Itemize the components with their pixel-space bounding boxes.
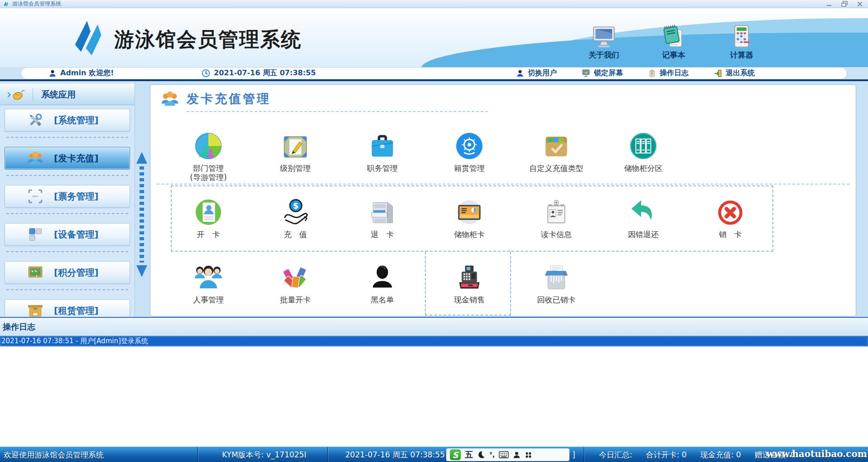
- about-us-link[interactable]: 关于我们: [579, 24, 629, 60]
- board-icon: [27, 264, 44, 281]
- close-button[interactable]: [856, 1, 863, 7]
- user-toolbar: Admin 欢迎您! 2021-07-16 周五 07:38:55 切换用户 锁…: [0, 67, 868, 80]
- app-item-label: 籍贯管理: [426, 164, 513, 173]
- statusbar-datetime: 2021-07-16 周五 07:38:55: [345, 447, 445, 462]
- statusbar-version: KYM版本号: v_171025I: [222, 447, 306, 462]
- app-item-dept-mgmt[interactable]: 部门管理 (导游管理): [165, 130, 252, 182]
- log-list[interactable]: 2021-07-16 07:38:51 - 用户[Admin]登录系统: [0, 336, 868, 447]
- sidebar-item-ticket-mgmt[interactable]: [票务管理]: [5, 185, 130, 208]
- app-item-open-card[interactable]: 开 卡: [165, 196, 252, 239]
- app-item-error-refund[interactable]: 因错退还: [600, 196, 687, 239]
- open-card-icon: [165, 196, 252, 226]
- app-grid-row-1: 部门管理 (导游管理) 级别管理 职务管理 籍贯管理: [165, 130, 687, 182]
- cancel-card-icon: [687, 196, 774, 226]
- svg-text:$: $: [293, 201, 299, 210]
- app-item-recycle-cancelled-card[interactable]: 回收已销卡: [513, 262, 600, 304]
- app-item-custom-recharge-type[interactable]: 自定义充值类型: [513, 130, 600, 182]
- log-entry[interactable]: 2021-07-16 07:38:51 - 用户[Admin]登录系统: [0, 336, 868, 346]
- user-icon: [48, 69, 57, 78]
- app-item-label: 职务管理: [339, 164, 426, 173]
- read-card-icon: [513, 196, 600, 226]
- ime-punctuation-button[interactable]: °,: [489, 451, 495, 458]
- sidebar-item-rental-mgmt[interactable]: [租赁管理]: [5, 299, 130, 317]
- sidebar-item-device-mgmt[interactable]: [设备管理]: [5, 223, 130, 246]
- app-item-label: 人事管理: [165, 295, 252, 304]
- monitor-icon: [579, 24, 629, 49]
- operation-log-button[interactable]: 操作日志: [648, 68, 689, 79]
- minimize-button[interactable]: [825, 1, 833, 7]
- app-item-locker-card[interactable]: 储物柜卡: [426, 196, 513, 239]
- divider: [6, 208, 128, 219]
- scroll-down-arrow-icon[interactable]: [136, 265, 147, 277]
- app-item-cancel-card[interactable]: 销 卡: [687, 196, 774, 239]
- notepad-link[interactable]: 记事本: [649, 24, 699, 60]
- app-item-return-card[interactable]: 退 卡: [339, 196, 426, 239]
- folder-check-icon: [513, 130, 600, 160]
- log-section-header: 操作日志: [0, 318, 868, 336]
- person-icon[interactable]: [513, 451, 521, 459]
- sidebar-item-system-mgmt[interactable]: [系统管理]: [5, 109, 130, 131]
- app-item-position-mgmt[interactable]: 职务管理: [339, 130, 426, 182]
- window-titlebar: 游泳馆会员管理系统: [0, 0, 868, 8]
- members-icon: [27, 150, 44, 167]
- sidebar-item-card-recharge[interactable]: [发卡充值]: [5, 147, 130, 170]
- exit-system-button[interactable]: 退出系统: [714, 68, 755, 79]
- switch-user-button[interactable]: 切换用户: [516, 68, 557, 79]
- app-item-staff-mgmt[interactable]: 人事管理: [165, 262, 252, 304]
- app-item-label: 回收已销卡: [513, 295, 600, 304]
- toolbox-grid-icon[interactable]: [525, 451, 532, 459]
- ime-tail: ]: [572, 447, 575, 462]
- divider: [6, 170, 128, 181]
- lock-screen-label: 锁定屏幕: [594, 68, 623, 78]
- lock-screen-button[interactable]: 锁定屏幕: [582, 68, 623, 79]
- divider: [33, 88, 33, 101]
- divider: [157, 184, 849, 185]
- app-item-blacklist[interactable]: 黑名单: [339, 262, 426, 304]
- app-title: 游泳馆会员管理系统: [114, 26, 302, 53]
- scroll-up-arrow-icon[interactable]: [136, 152, 147, 164]
- app-grid-row-2: 开 卡 $ 充 值 退 卡 储物柜卡: [165, 196, 774, 239]
- box-icon: [27, 302, 44, 317]
- divider: [197, 447, 198, 462]
- sidebar-item-points-mgmt[interactable]: [积分管理]: [5, 261, 130, 284]
- ime-toolbar: S 五 °,: [446, 448, 569, 461]
- calculator-label: 计算器: [717, 50, 767, 60]
- moon-icon[interactable]: [477, 451, 485, 459]
- ime-mode-button[interactable]: 五: [465, 449, 473, 460]
- keyboard-icon[interactable]: [499, 451, 509, 458]
- app-item-label: 销 卡: [687, 230, 774, 239]
- ime-logo-button[interactable]: S: [450, 449, 461, 460]
- app-item-level-mgmt[interactable]: 级别管理: [252, 130, 339, 182]
- datetime-display: 2021-07-16 周五 07:38:55: [202, 68, 316, 79]
- app-item-read-card-info[interactable]: 读卡信息: [513, 196, 600, 239]
- app-item-cash-sale[interactable]: 现金销售: [426, 262, 513, 304]
- calculator-link[interactable]: 计算器: [717, 24, 767, 60]
- app-item-label: 黑名单: [339, 295, 426, 304]
- shredder-icon: [513, 262, 600, 292]
- notepad-icon: [649, 24, 699, 49]
- batch-cards-icon: [252, 262, 339, 292]
- app-item-locker-zone[interactable]: 储物柜分区: [600, 130, 687, 182]
- return-card-icon: [339, 196, 426, 226]
- statusbar-welcome: 欢迎使用游泳馆会员管理系统: [4, 447, 104, 462]
- app-item-native-place-mgmt[interactable]: 籍贯管理: [426, 130, 513, 182]
- scroll-track[interactable]: [140, 166, 144, 263]
- divider: [6, 131, 128, 143]
- members-icon: [160, 89, 179, 108]
- notepad-label: 记事本: [649, 50, 699, 60]
- wheel-badge-icon: [426, 130, 513, 160]
- welcome-text: Admin 欢迎您!: [60, 68, 114, 78]
- app-item-batch-open-card[interactable]: 批量开卡: [252, 262, 339, 304]
- app-item-recharge[interactable]: $ 充 值: [252, 196, 339, 239]
- sidebar-item-label: [设备管理]: [54, 229, 98, 241]
- divider: [187, 111, 488, 112]
- exit-icon: [714, 69, 722, 78]
- app-grid-row-3: 人事管理 批量开卡 黑名单 现金销售: [165, 262, 600, 304]
- maximize-button[interactable]: [841, 1, 848, 7]
- divider: [583, 447, 584, 462]
- exit-system-label: 退出系统: [726, 68, 755, 78]
- sidebar-item-label: [票务管理]: [54, 190, 98, 203]
- summary-prefix: 今日汇总:: [599, 447, 632, 462]
- summary-cards: 合计开卡: 0: [646, 447, 687, 462]
- app-item-label: 因错退还: [600, 230, 687, 239]
